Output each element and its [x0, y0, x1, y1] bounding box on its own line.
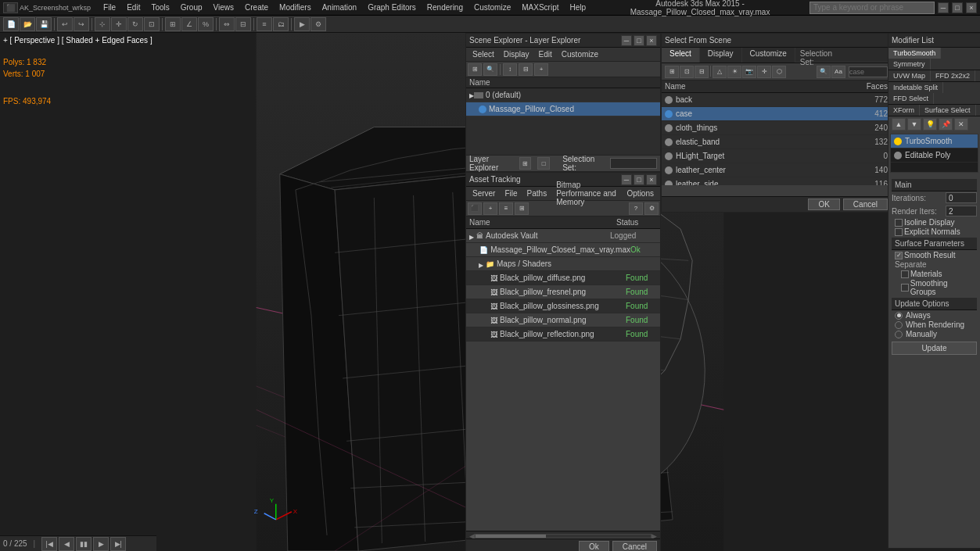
toolbar-render-setup[interactable]: ⚙ [311, 17, 326, 31]
sfs-item-back[interactable]: back 772 [662, 93, 891, 107]
asset-row-maxfile[interactable]: 📄 Massage_Pillow_Closed_max_vray.max Ok [466, 243, 660, 257]
toolbar-undo[interactable]: ↩ [57, 17, 73, 31]
sfs-ok-btn[interactable]: OK [808, 199, 839, 210]
at-cancel-btn[interactable]: Cancel [612, 541, 657, 551]
modifier-tab-xform[interactable]: XForm [888, 105, 920, 116]
sfs-search-input[interactable] [849, 66, 888, 77]
asset-rows-container[interactable]: 🏛 Autodesk Vault Logged 📄 Massage_Pillow… [466, 229, 660, 548]
sfs-tab-select[interactable]: Select [662, 48, 700, 63]
asset-row-normal[interactable]: 🖼 Black_pillow_normal.png Found [466, 313, 660, 327]
scroll-track[interactable] [475, 534, 652, 538]
at-menu-options[interactable]: Options [623, 188, 659, 199]
toolbar-snap[interactable]: ⊞ [165, 17, 181, 31]
se-btn-group[interactable]: ⊟ [519, 63, 533, 76]
at-menu-paths[interactable]: Paths [522, 188, 552, 199]
sfs-cancel-btn[interactable]: Cancel [843, 199, 888, 210]
iterations-value[interactable]: 0 [946, 192, 977, 203]
manually-radio[interactable] [895, 331, 903, 338]
se-menu-display[interactable]: Display [499, 49, 534, 59]
modifier-nav-up[interactable]: ▲ [892, 118, 906, 131]
sfs-item-leather-side[interactable]: leather_side 116 [662, 177, 891, 185]
at-btn-settings[interactable]: ⚙ [644, 202, 659, 215]
se-btn-add[interactable]: + [534, 63, 548, 76]
stack-item-turbosmooth[interactable]: TurboSmooth [891, 134, 978, 148]
play-btn[interactable]: |◀ [41, 537, 57, 551]
toolbar-layer[interactable]: ≡ [257, 17, 272, 31]
menu-create[interactable]: Create [240, 2, 273, 13]
end-btn[interactable]: ▶| [110, 537, 126, 551]
menu-group[interactable]: Group [176, 2, 207, 13]
toolbar-rotate[interactable]: ↻ [127, 17, 143, 31]
toolbar-percent-snap[interactable]: % [198, 17, 214, 31]
modifier-tab-surface-select[interactable]: Surface Select [920, 105, 976, 116]
modifier-tab-indetable[interactable]: Indetable Split [888, 82, 943, 93]
asset-row-maps-folder[interactable]: 📁 Maps / Shaders [466, 257, 660, 271]
sfs-tab-display[interactable]: Display [700, 48, 742, 63]
se-btn-sort[interactable]: ↕ [503, 63, 517, 76]
sfs-btn-find[interactable]: 🔍 [817, 66, 831, 78]
sfs-btn-case[interactable]: Aa [831, 66, 845, 78]
explicit-normals-checkbox[interactable] [895, 228, 903, 236]
tree-item-massage-pillow[interactable]: Massage_Pillow_Closed [466, 102, 660, 116]
at-maximize[interactable]: □ [634, 174, 644, 185]
sfs-btn-shape[interactable]: ⬡ [772, 66, 786, 78]
sfs-item-hlight[interactable]: HLight_Target 0 [662, 149, 891, 163]
minimize-btn[interactable]: ─ [938, 2, 949, 13]
sfs-item-elastic[interactable]: elastic_band 132 [662, 135, 891, 149]
asset-row-diffuse[interactable]: 🖼 Black_pillow_diffuse.png Found [466, 271, 660, 285]
always-radio[interactable] [895, 312, 903, 320]
toolbar-new[interactable]: 📄 [3, 17, 19, 31]
sfs-btn-light[interactable]: ☀ [727, 66, 741, 78]
search-input[interactable] [809, 2, 935, 14]
materials-checkbox[interactable] [901, 270, 909, 278]
menu-edit[interactable]: Edit [122, 2, 145, 13]
toolbar-render[interactable]: ▶ [294, 17, 310, 31]
le-btn-2[interactable]: □ [537, 157, 550, 170]
maximize-btn[interactable]: □ [952, 2, 963, 13]
menu-animation[interactable]: Animation [318, 2, 361, 13]
menu-customize[interactable]: Customize [469, 2, 515, 13]
menu-maxscript[interactable]: MAXScript [517, 2, 563, 13]
toolbar-scene-explorer[interactable]: 🗂 [273, 17, 289, 31]
at-btn-2[interactable]: + [483, 202, 497, 215]
toolbar-move[interactable]: ✛ [111, 17, 127, 31]
sfs-btn-helper[interactable]: ✛ [757, 66, 771, 78]
update-btn[interactable]: Update [892, 342, 977, 355]
selection-set-input[interactable] [610, 158, 657, 169]
se-btn-search[interactable]: 🔍 [483, 63, 497, 76]
sfs-list[interactable]: back 772 case 412 cloth_things 240 elast… [662, 93, 891, 185]
scene-explorer-tree[interactable]: Name 0 (default) Massage_Pillow_Closed [466, 77, 660, 158]
sfs-item-cloth[interactable]: cloth_things 240 [662, 121, 891, 135]
asset-row-fresnel[interactable]: 🖼 Black_pillow_fresnel.png Found [466, 285, 660, 299]
asset-row-glossiness[interactable]: 🖼 Black_pillow_glossiness.png Found [466, 299, 660, 313]
asset-row-vault[interactable]: 🏛 Autodesk Vault Logged [466, 229, 660, 243]
toolbar-angle-snap[interactable]: ∠ [181, 17, 197, 31]
render-iters-value[interactable]: 2 [946, 206, 977, 216]
at-btn-1[interactable]: ⬛ [468, 202, 482, 215]
modifier-tab-symmetry[interactable]: Symmetry [888, 59, 931, 70]
at-menu-server[interactable]: Server [468, 188, 500, 199]
menu-file[interactable]: File [99, 2, 120, 13]
menu-graph-editors[interactable]: Graph Editors [363, 2, 421, 13]
smoothing-groups-checkbox[interactable] [901, 284, 909, 292]
sfs-btn-geo[interactable]: △ [713, 66, 727, 78]
sfs-btn-all[interactable]: ⊞ [665, 66, 679, 78]
toolbar-redo[interactable]: ↪ [74, 17, 89, 31]
toolbar-open[interactable]: 📂 [20, 17, 35, 31]
sfs-item-leather-center[interactable]: leather_center 140 [662, 163, 891, 177]
modifier-tab-turbosmooth[interactable]: TurboSmooth [888, 48, 941, 59]
toolbar-align[interactable]: ⊟ [235, 17, 251, 31]
modifier-nav-down[interactable]: ▼ [907, 118, 921, 131]
close-btn[interactable]: × [966, 2, 977, 13]
toolbar-scale[interactable]: ⊡ [144, 17, 160, 31]
sfs-btn-none[interactable]: ⊡ [680, 66, 694, 78]
asset-row-reflection[interactable]: 🖼 Black_pillow_reflection.png Found [466, 327, 660, 342]
menu-help[interactable]: Help [565, 2, 591, 13]
menu-tools[interactable]: Tools [146, 2, 174, 13]
modifier-nav-del[interactable]: ✕ [954, 118, 968, 131]
at-btn-3[interactable]: ≡ [499, 202, 513, 215]
menu-views[interactable]: Views [209, 2, 239, 13]
when-rendering-radio[interactable] [895, 321, 903, 329]
modifier-nav-bulb[interactable]: 💡 [923, 118, 937, 131]
isoline-checkbox[interactable] [895, 219, 903, 227]
